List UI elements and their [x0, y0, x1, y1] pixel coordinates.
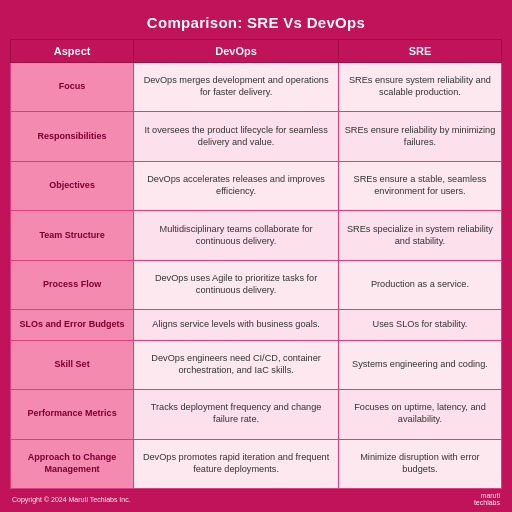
- cell-devops: Multidisciplinary teams collaborate for …: [134, 211, 339, 260]
- copyright-text: Copyright © 2024 Maruti Techlabs Inc.: [12, 496, 131, 503]
- cell-sre: SREs specialize in system reliability an…: [338, 211, 501, 260]
- table-row: Approach to Change ManagementDevOps prom…: [11, 439, 502, 489]
- cell-aspect: Performance Metrics: [11, 390, 134, 439]
- header-sre: SRE: [338, 40, 501, 63]
- footer: Copyright © 2024 Maruti Techlabs Inc. ma…: [10, 489, 502, 506]
- cell-devops: DevOps merges development and operations…: [134, 63, 339, 112]
- cell-aspect: SLOs and Error Budgets: [11, 310, 134, 340]
- cell-aspect: Skill Set: [11, 340, 134, 389]
- table-row: ObjectivesDevOps accelerates releases an…: [11, 161, 502, 210]
- cell-sre: SREs ensure system reliability and scala…: [338, 63, 501, 112]
- cell-devops: Tracks deployment frequency and change f…: [134, 390, 339, 439]
- cell-sre: Minimize disruption with error budgets.: [338, 439, 501, 489]
- cell-sre: Uses SLOs for stability.: [338, 310, 501, 340]
- cell-devops: DevOps accelerates releases and improves…: [134, 161, 339, 210]
- table-row: FocusDevOps merges development and opera…: [11, 63, 502, 112]
- cell-aspect: Team Structure: [11, 211, 134, 260]
- table-row: Team StructureMultidisciplinary teams co…: [11, 211, 502, 260]
- cell-sre: Systems engineering and coding.: [338, 340, 501, 389]
- table-row: Skill SetDevOps engineers need CI/CD, co…: [11, 340, 502, 389]
- header-devops: DevOps: [134, 40, 339, 63]
- cell-aspect: Approach to Change Management: [11, 439, 134, 489]
- page-title: Comparison: SRE Vs DevOps: [10, 10, 502, 39]
- table-row: Process FlowDevOps uses Agile to priorit…: [11, 260, 502, 309]
- cell-aspect: Responsibilities: [11, 112, 134, 161]
- cell-devops: DevOps engineers need CI/CD, container o…: [134, 340, 339, 389]
- logo-line1: maruti: [474, 492, 500, 499]
- logo: maruti techlabs: [474, 492, 500, 506]
- comparison-table: Aspect DevOps SRE FocusDevOps merges dev…: [10, 39, 502, 489]
- cell-devops: It oversees the product lifecycle for se…: [134, 112, 339, 161]
- cell-sre: Focuses on uptime, latency, and availabi…: [338, 390, 501, 439]
- cell-devops: DevOps uses Agile to prioritize tasks fo…: [134, 260, 339, 309]
- page-wrapper: Comparison: SRE Vs DevOps Aspect DevOps …: [0, 0, 512, 512]
- table-row: Performance MetricsTracks deployment fre…: [11, 390, 502, 439]
- table-header-row: Aspect DevOps SRE: [11, 40, 502, 63]
- cell-aspect: Focus: [11, 63, 134, 112]
- cell-devops: DevOps promotes rapid iteration and freq…: [134, 439, 339, 489]
- cell-sre: SREs ensure a stable, seamless environme…: [338, 161, 501, 210]
- table-row: ResponsibilitiesIt oversees the product …: [11, 112, 502, 161]
- comparison-table-container: Aspect DevOps SRE FocusDevOps merges dev…: [10, 39, 502, 489]
- cell-devops: Aligns service levels with business goal…: [134, 310, 339, 340]
- logo-line2: techlabs: [474, 499, 500, 506]
- cell-aspect: Objectives: [11, 161, 134, 210]
- cell-sre: SREs ensure reliability by minimizing fa…: [338, 112, 501, 161]
- header-aspect: Aspect: [11, 40, 134, 63]
- table-row: SLOs and Error BudgetsAligns service lev…: [11, 310, 502, 340]
- cell-sre: Production as a service.: [338, 260, 501, 309]
- cell-aspect: Process Flow: [11, 260, 134, 309]
